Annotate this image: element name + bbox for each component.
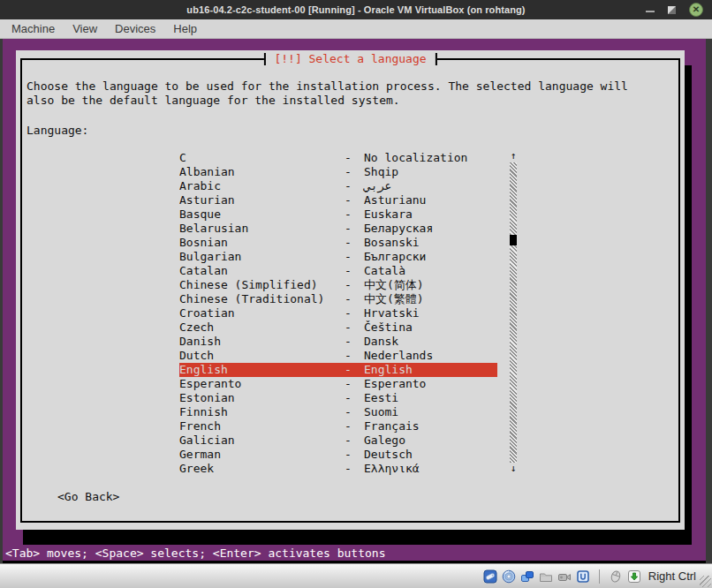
- language-row-belarusian[interactable]: Belarusian-Беларуская: [179, 222, 497, 236]
- installer-dialog: [!!] Select a language Choose the langua…: [16, 50, 685, 530]
- language-row-finnish[interactable]: Finnish-Suomi: [179, 405, 497, 419]
- close-button[interactable]: ✕: [689, 3, 703, 17]
- language-list: C-No localization Albanian-Shqip Arabic-…: [179, 151, 497, 476]
- language-row-czech[interactable]: Czech-Čeština: [179, 320, 497, 335]
- language-field-label: Language:: [27, 124, 88, 138]
- window-controls: ✕: [646, 0, 703, 19]
- dialog-title: [!!] Select a language: [263, 51, 436, 67]
- usb-icon[interactable]: [576, 569, 590, 584]
- scroll-down-icon[interactable]: ↓: [509, 463, 518, 475]
- hard-disk-icon[interactable]: [483, 569, 497, 584]
- description-line-1: Choose the language to be used for the i…: [27, 79, 628, 94]
- shared-folders-icon[interactable]: [539, 569, 553, 584]
- host-key-capture-icon: [627, 569, 641, 584]
- language-row-greek[interactable]: Greek-Ελληνικά: [179, 462, 497, 476]
- language-row-arabic[interactable]: Arabic-عربي: [179, 179, 497, 193]
- frame-tick-right: [436, 53, 437, 65]
- language-row-dutch[interactable]: Dutch-Nederlands: [179, 349, 497, 363]
- language-row-basque[interactable]: Basque-Euskara: [179, 207, 497, 222]
- go-back-button[interactable]: <Go Back>: [57, 490, 119, 504]
- language-row-albanian[interactable]: Albanian-Shqip: [179, 165, 497, 179]
- menu-devices[interactable]: Devices: [115, 22, 155, 35]
- language-row-english-selected[interactable]: English-English: [179, 363, 497, 377]
- language-row-esperanto[interactable]: Esperanto-Esperanto: [179, 377, 497, 391]
- menu-help[interactable]: Help: [173, 22, 197, 35]
- video-capture-icon[interactable]: [557, 569, 572, 584]
- language-row-chinese-simplified[interactable]: Chinese (Simplified)-中文(简体): [179, 278, 497, 292]
- language-row-estonian[interactable]: Estonian-Eesti: [179, 391, 497, 405]
- menu-view[interactable]: View: [72, 22, 97, 35]
- language-row-german[interactable]: German-Deutsch: [179, 448, 497, 462]
- language-row-asturian[interactable]: Asturian-Asturianu: [179, 193, 497, 207]
- menubar: Machine View Devices Help: [0, 19, 712, 39]
- mouse-icon: [609, 569, 623, 584]
- statusbar-separator: [599, 569, 600, 584]
- language-row-bulgarian[interactable]: Bulgarian-Български: [179, 250, 497, 264]
- language-row-chinese-traditional[interactable]: Chinese (Traditional)-中文(繁體): [179, 292, 497, 306]
- description-line-2: also be the default language for the ins…: [27, 94, 400, 108]
- scrollbar-track[interactable]: [510, 162, 517, 463]
- language-row-catalan[interactable]: Catalan-Català: [179, 264, 497, 278]
- virtualbox-window: ub16-04.2-c2c-student-00 [Running] - Ora…: [0, 0, 712, 588]
- list-scrollbar[interactable]: ↑ ↓: [509, 150, 518, 475]
- minimize-button[interactable]: [646, 11, 655, 12]
- window-title: ub16-04.2-c2c-student-00 [Running] - Ora…: [0, 0, 712, 19]
- restore-button[interactable]: [668, 6, 676, 14]
- network-icon[interactable]: [520, 569, 534, 584]
- vm-display-area: [!!] Select a language Choose the langua…: [0, 39, 712, 563]
- host-key-label: Right Ctrl: [648, 569, 696, 583]
- dialog-title-text: [!!] Select a language: [265, 51, 435, 67]
- optical-disc-icon[interactable]: [502, 569, 516, 584]
- menu-machine[interactable]: Machine: [11, 22, 55, 35]
- language-row-bosnian[interactable]: Bosnian-Bosanski: [179, 236, 497, 250]
- language-row-danish[interactable]: Danish-Dansk: [179, 335, 497, 349]
- scrollbar-thumb[interactable]: [510, 235, 517, 245]
- titlebar[interactable]: ub16-04.2-c2c-student-00 [Running] - Ora…: [0, 0, 712, 19]
- statusbar: Right Ctrl: [0, 563, 712, 588]
- language-row-french[interactable]: French-Français: [179, 419, 497, 433]
- guest-screen[interactable]: [!!] Select a language Choose the langua…: [3, 39, 706, 563]
- resize-grip[interactable]: [700, 576, 711, 587]
- language-row-galician[interactable]: Galician-Galego: [179, 433, 497, 448]
- scroll-up-icon[interactable]: ↑: [509, 150, 518, 162]
- language-row-c[interactable]: C-No localization: [179, 151, 497, 165]
- installer-help-bar: <Tab> moves; <Space> selects; <Enter> ac…: [5, 547, 385, 561]
- language-row-croatian[interactable]: Croatian-Hrvatski: [179, 306, 497, 320]
